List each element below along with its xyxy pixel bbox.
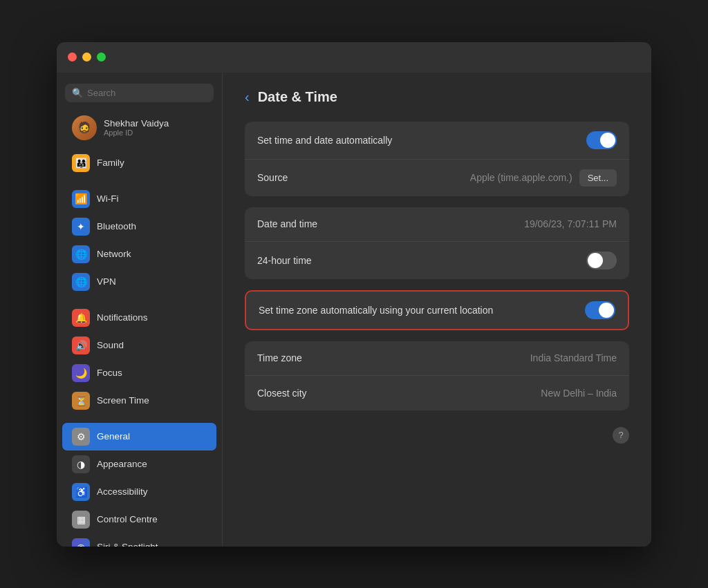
profile-name: Shekhar Vaidya bbox=[104, 118, 169, 129]
toggle-auto-timezone[interactable] bbox=[585, 301, 615, 319]
profile-text: Shekhar Vaidya Apple ID bbox=[104, 118, 169, 137]
profile-subtitle: Apple ID bbox=[104, 129, 169, 137]
network-icon: 🌐 bbox=[72, 245, 90, 263]
label-source: Source bbox=[257, 172, 288, 183]
main-panel: ‹ Date & Time Set time and date automati… bbox=[223, 73, 651, 547]
toggle-thumb-auto-time bbox=[600, 133, 615, 148]
settings-group-date: Date and time 19/06/23, 7:07:11 PM 24-ho… bbox=[245, 207, 629, 279]
controlcentre-icon: ▦ bbox=[72, 511, 90, 529]
value-date-time: 19/06/23, 7:07:11 PM bbox=[524, 218, 617, 229]
sidebar-item-siri[interactable]: ◉ Siri & Spotlight bbox=[62, 533, 216, 547]
accessibility-icon: ♿ bbox=[72, 483, 90, 501]
avatar: 🧔 bbox=[72, 115, 97, 140]
sidebar-label-wifi: Wi-Fi bbox=[97, 193, 118, 204]
panel-header: ‹ Date & Time bbox=[245, 89, 629, 105]
sidebar-item-wifi[interactable]: 📶 Wi-Fi bbox=[62, 185, 216, 213]
sidebar-item-bluetooth[interactable]: ✦ Bluetooth bbox=[62, 213, 216, 240]
screentime-icon: ⏳ bbox=[72, 392, 90, 410]
sidebar-label-notifications: Notifications bbox=[97, 312, 148, 323]
close-button[interactable] bbox=[68, 53, 77, 61]
sidebar-item-sound[interactable]: 🔊 Sound bbox=[62, 332, 216, 359]
sidebar-item-accessibility[interactable]: ♿ Accessibility bbox=[62, 478, 216, 506]
toggle-24hr[interactable] bbox=[586, 252, 617, 269]
sidebar-item-controlcentre[interactable]: ▦ Control Centre bbox=[62, 506, 216, 533]
toggle-thumb-24hr bbox=[588, 253, 603, 268]
row-24hr: 24-hour time bbox=[245, 242, 629, 279]
vpn-icon: 🌐 bbox=[72, 273, 90, 291]
value-closest-city: New Delhi – India bbox=[541, 388, 617, 399]
general-icon: ⚙ bbox=[72, 428, 90, 446]
search-input[interactable] bbox=[87, 88, 207, 98]
sidebar-label-appearance: Appearance bbox=[97, 459, 147, 469]
sidebar-item-focus[interactable]: 🌙 Focus bbox=[62, 359, 216, 387]
sidebar-label-controlcentre: Control Centre bbox=[97, 514, 158, 524]
bluetooth-icon: ✦ bbox=[72, 218, 90, 236]
sidebar-item-notifications[interactable]: 🔔 Notifications bbox=[62, 304, 216, 332]
toggle-auto-time[interactable] bbox=[586, 131, 617, 149]
sidebar-item-family[interactable]: 👨‍👩‍👧 Family bbox=[62, 149, 216, 177]
set-button[interactable]: Set... bbox=[579, 169, 617, 187]
label-timezone: Time zone bbox=[257, 352, 302, 363]
sidebar-label-vpn: VPN bbox=[97, 276, 116, 287]
settings-group-timezone-highlighted: Set time zone automatically using your c… bbox=[245, 290, 629, 330]
traffic-lights bbox=[68, 53, 106, 61]
sidebar-label-general: General bbox=[97, 431, 130, 442]
back-button[interactable]: ‹ bbox=[245, 89, 250, 105]
main-content: 🔍 🧔 Shekhar Vaidya Apple ID 👨‍👩‍👧 Family… bbox=[57, 73, 651, 547]
row-timezone: Time zone India Standard Time bbox=[245, 341, 629, 376]
label-auto-timezone: Set time zone automatically using your c… bbox=[259, 305, 493, 316]
minimize-button[interactable] bbox=[82, 53, 91, 61]
search-icon: 🔍 bbox=[72, 88, 83, 98]
source-controls: Apple (time.apple.com.) Set... bbox=[470, 169, 617, 187]
sidebar-label-focus: Focus bbox=[97, 368, 122, 378]
label-date-time: Date and time bbox=[257, 218, 317, 229]
panel-title: Date & Time bbox=[258, 89, 337, 105]
focus-icon: 🌙 bbox=[72, 364, 90, 382]
label-24hr: 24-hour time bbox=[257, 255, 312, 266]
sidebar-label-sound: Sound bbox=[97, 340, 124, 350]
system-preferences-window: 🔍 🧔 Shekhar Vaidya Apple ID 👨‍👩‍👧 Family… bbox=[57, 42, 651, 547]
siri-icon: ◉ bbox=[72, 538, 90, 547]
search-bar[interactable]: 🔍 bbox=[65, 84, 214, 102]
help-button[interactable]: ? bbox=[613, 427, 629, 444]
label-closest-city: Closest city bbox=[257, 388, 307, 399]
toggle-thumb-auto-timezone bbox=[599, 303, 614, 318]
maximize-button[interactable] bbox=[97, 53, 106, 61]
sidebar-label-accessibility: Accessibility bbox=[97, 486, 148, 497]
notifications-icon: 🔔 bbox=[72, 309, 90, 327]
sidebar-item-network[interactable]: 🌐 Network bbox=[62, 240, 216, 268]
sidebar-label-bluetooth: Bluetooth bbox=[97, 221, 136, 231]
row-date-time: Date and time 19/06/23, 7:07:11 PM bbox=[245, 207, 629, 242]
value-source: Apple (time.apple.com.) bbox=[470, 172, 572, 183]
row-source: Source Apple (time.apple.com.) Set... bbox=[245, 160, 629, 196]
sidebar-item-appearance[interactable]: ◑ Appearance bbox=[62, 451, 216, 478]
row-closest-city: Closest city New Delhi – India bbox=[245, 376, 629, 410]
sidebar-label-siri: Siri & Spotlight bbox=[97, 542, 158, 547]
wifi-icon: 📶 bbox=[72, 190, 90, 208]
help-area: ? bbox=[245, 421, 629, 444]
settings-group-time: Set time and date automatically Source A… bbox=[245, 122, 629, 196]
row-auto-time: Set time and date automatically bbox=[245, 122, 629, 160]
settings-group-location: Time zone India Standard Time Closest ci… bbox=[245, 341, 629, 410]
appearance-icon: ◑ bbox=[72, 455, 90, 473]
sidebar-item-vpn[interactable]: 🌐 VPN bbox=[62, 268, 216, 296]
sidebar-item-general[interactable]: ⚙ General bbox=[62, 423, 216, 451]
sound-icon: 🔊 bbox=[72, 336, 90, 354]
title-bar bbox=[57, 42, 651, 73]
sidebar-label-network: Network bbox=[97, 249, 131, 259]
family-icon: 👨‍👩‍👧 bbox=[72, 154, 90, 172]
sidebar-item-screentime[interactable]: ⏳ Screen Time bbox=[62, 387, 216, 415]
row-auto-timezone: Set time zone automatically using your c… bbox=[246, 292, 628, 329]
sidebar-label-screentime: Screen Time bbox=[97, 395, 149, 406]
value-timezone: India Standard Time bbox=[530, 352, 617, 363]
sidebar-label-family: Family bbox=[97, 158, 124, 168]
sidebar-item-profile[interactable]: 🧔 Shekhar Vaidya Apple ID bbox=[62, 111, 216, 145]
sidebar: 🔍 🧔 Shekhar Vaidya Apple ID 👨‍👩‍👧 Family… bbox=[57, 73, 223, 547]
label-auto-time: Set time and date automatically bbox=[257, 135, 392, 146]
